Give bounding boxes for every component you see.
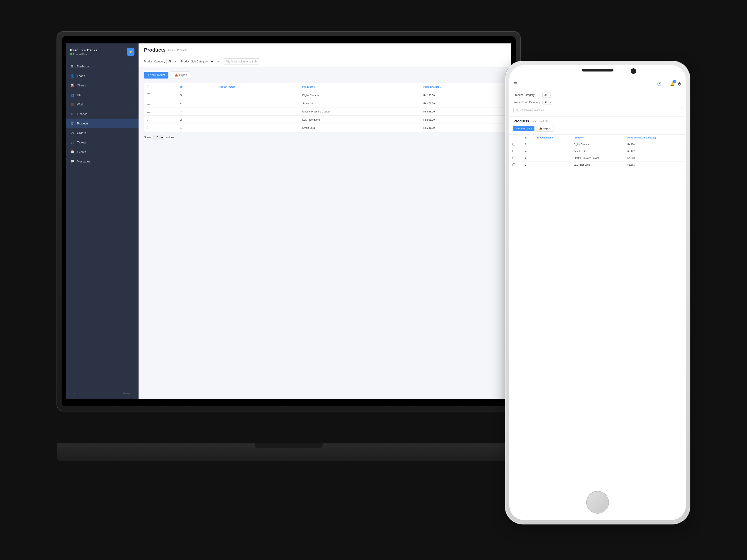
phone-home-button[interactable] [586, 491, 609, 514]
add-icon[interactable]: + [665, 82, 667, 86]
phone-row-checkbox[interactable] [513, 163, 515, 166]
phone-row-name: Electric Pressure Cooker [572, 155, 625, 161]
sort-icon[interactable]: ↕ [314, 85, 315, 88]
sidebar-item-tickets[interactable]: 🎧 Tickets [66, 138, 138, 147]
show-label: Show [144, 136, 151, 139]
phone-category-select[interactable]: All [542, 92, 552, 98]
power-icon[interactable]: ⏻ [678, 82, 681, 86]
nav-item-left: 👥 HR [70, 93, 81, 97]
laptop-hinge [255, 443, 323, 448]
main-content: Products Home • Products Product Categor… [138, 44, 511, 399]
brand-name: Resource Tracks... [70, 48, 100, 52]
nav-item-left: 🎧 Tickets [70, 140, 86, 144]
sidebar-user: Edward Dean [70, 53, 100, 55]
phone-row-name: LED Floor Lamp [572, 161, 625, 168]
hr-icon: 👥 [70, 93, 74, 97]
export-label: Export [179, 74, 187, 77]
table-row: 3 Electric Pressure Cooker Rs.988.00 [144, 107, 506, 116]
notification-badge: 26 [672, 80, 676, 83]
table-row: 5 Digital Camera Rs.150.00 [144, 91, 506, 99]
chevron-right-icon: › [134, 103, 134, 106]
phone-export-button[interactable]: 📥 Export [536, 126, 553, 132]
messages-icon: 💬 [70, 159, 74, 163]
sidebar-item-label: Orders [77, 131, 86, 135]
clients-icon: 📊 [70, 83, 74, 87]
phone-row-checkbox[interactable] [513, 150, 515, 152]
laptop-screen: Resource Tracks... Edward Dean ⚡ [66, 44, 511, 399]
sort-icon[interactable]: ↕ [183, 85, 184, 88]
phone-topbar: ☰ 🕐 + 🔔 26 ⏻ [509, 79, 686, 89]
sidebar-item-leads[interactable]: 👤 Leads [66, 71, 138, 81]
sidebar-item-hr[interactable]: 👥 HR › [66, 90, 138, 100]
sidebar-item-label: Messages [77, 160, 90, 163]
select-all-checkbox[interactable] [147, 85, 150, 88]
phone-row-image [535, 141, 572, 148]
row-name: Electric Pressure Cooker [299, 107, 420, 116]
phone-sub-category-label: Product Sub Category [513, 101, 541, 104]
phone-search-box[interactable]: 🔍 Start typing to search [513, 107, 682, 113]
sidebar-item-label: Tickets [77, 141, 86, 144]
phone-add-product-button[interactable]: + Add Product [513, 126, 535, 131]
phone-row-checkbox[interactable] [513, 143, 515, 145]
row-checkbox[interactable] [147, 94, 150, 97]
sub-category-select[interactable]: All [209, 59, 220, 64]
row-id: 5 [177, 91, 215, 99]
sidebar-item-finance[interactable]: $ Finance › [66, 109, 138, 118]
content-body: + Add Product 📥 Export [138, 68, 511, 144]
sidebar-item-products[interactable]: 🛒 Products [66, 118, 138, 128]
phone-row-id: 4 [523, 148, 535, 155]
col-price: Price (inclusi... [420, 83, 506, 91]
row-checkbox[interactable] [147, 118, 150, 121]
sidebar-item-events[interactable]: 📅 Events [66, 147, 138, 157]
phone: ☰ 🕐 + 🔔 26 ⏻ [505, 61, 690, 525]
nav-item-left: 👤 Leads [70, 74, 85, 78]
row-checkbox[interactable] [147, 110, 150, 113]
tickets-icon: 🎧 [70, 140, 74, 144]
col-products: Products ↕ [299, 83, 420, 91]
category-select[interactable]: All [166, 59, 177, 64]
nav-item-left: $ Finance [70, 112, 87, 116]
sidebar-item-work[interactable]: 💼 Work › [66, 100, 138, 109]
chevron-right-icon: › [134, 65, 134, 68]
row-price: Rs.241.00 [420, 124, 506, 132]
phone-search-placeholder: Start typing to search [520, 109, 544, 111]
phone-export-icon: 📥 [539, 127, 542, 130]
phone-page-title-row: Products Home • Products [513, 119, 682, 123]
phone-row-id: 5 [523, 141, 535, 148]
chevron-right-icon: › [134, 94, 134, 96]
phone-sub-category-select[interactable]: All [542, 100, 552, 105]
table-row: 1 Smart Lock Rs.241.00 [144, 124, 506, 132]
products-icon: 🛒 [70, 121, 74, 125]
sidebar-item-label: Finance [77, 112, 87, 116]
sidebar-item-orders[interactable]: 🛍 Orders [66, 128, 138, 138]
export-button[interactable]: 📥 Export [171, 72, 191, 79]
sidebar-item-dashboard[interactable]: ⊞ Dashboard › [66, 61, 138, 71]
search-box[interactable]: 🔍 Start typing to search [224, 58, 260, 64]
category-filter-label: Product Category [144, 60, 165, 63]
phone-row-checkbox[interactable] [513, 157, 515, 159]
sidebar-item-label: Dashboard [77, 65, 92, 68]
row-checkbox[interactable] [147, 126, 150, 129]
work-icon: 💼 [70, 102, 74, 106]
phone-outer: ☰ 🕐 + 🔔 26 ⏻ [505, 61, 690, 525]
clock-icon[interactable]: 🕐 [657, 82, 662, 86]
phone-screen-area: ☰ 🕐 + 🔔 26 ⏻ [509, 65, 686, 520]
phone-sub-category-select-wrapper: All [542, 100, 552, 105]
row-name: Smart Lock [299, 99, 420, 107]
row-name: Smart Lock [299, 124, 420, 132]
phone-speaker [582, 69, 614, 72]
hamburger-icon[interactable]: ☰ [514, 81, 517, 86]
col-checkbox [144, 83, 177, 91]
entries-select[interactable]: 10 25 50 [153, 135, 164, 140]
sidebar-collapse-button[interactable]: ‹ [70, 389, 79, 397]
phone-row-image [535, 155, 572, 161]
row-price: Rs.988.00 [420, 107, 506, 116]
phone-content: ☰ 🕐 + 🔔 26 ⏻ [509, 79, 686, 493]
sidebar-item-messages[interactable]: 💬 Messages [66, 157, 138, 166]
notification-icon[interactable]: 🔔 26 [670, 82, 675, 86]
row-checkbox[interactable] [147, 102, 150, 105]
phone-page-title: Products [513, 119, 529, 123]
page-title-row: Products Home • Products [144, 47, 506, 53]
add-product-button[interactable]: + Add Product [144, 72, 169, 79]
sidebar-item-clients[interactable]: 📊 Clients [66, 81, 138, 90]
